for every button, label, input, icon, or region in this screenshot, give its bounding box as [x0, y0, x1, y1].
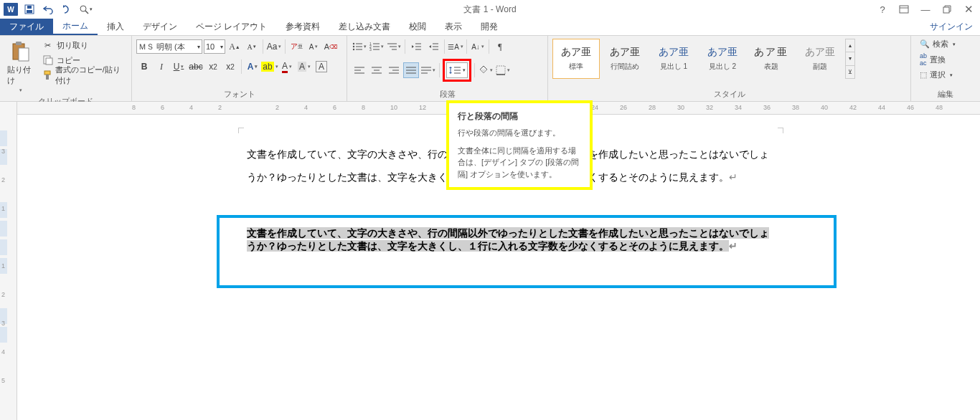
svg-point-15 — [353, 43, 354, 44]
highlight-button[interactable]: ab — [262, 59, 278, 75]
phonetic-guide-button[interactable]: ア亜 — [288, 39, 304, 54]
restore-icon[interactable] — [940, 2, 954, 16]
superscript-button[interactable]: x2 — [222, 59, 238, 75]
tooltip-description: 行や段落の間隔を選びます。 — [458, 127, 581, 139]
align-left-button[interactable] — [352, 62, 367, 78]
style-heading2[interactable]: あア亜見出し 2 — [699, 39, 746, 79]
font-name-combo[interactable]: ＭＳ 明朝 (本▾ — [136, 39, 202, 54]
sign-in-link[interactable]: サインイン — [930, 19, 973, 35]
quick-access-toolbar: W ▾ — [0, 1, 93, 17]
decrease-indent-button[interactable] — [408, 39, 424, 54]
undo-icon[interactable] — [40, 1, 56, 17]
group-label-font: フォント — [136, 87, 342, 100]
bold-button[interactable]: B — [136, 59, 152, 75]
style-title[interactable]: あア亜表題 — [748, 39, 795, 79]
group-clipboard: 貼り付け ▾ ✂切り取り コピー 書式のコピー/貼り付け クリップボード — [0, 36, 132, 101]
align-right-button[interactable] — [386, 62, 402, 78]
svg-rect-14 — [46, 75, 49, 80]
find-icon: 🔍 — [920, 39, 930, 49]
multilevel-list-button[interactable] — [386, 39, 402, 54]
tab-view[interactable]: 表示 — [435, 19, 471, 35]
char-border-button[interactable]: A — [314, 59, 329, 75]
italic-button[interactable]: I — [154, 59, 169, 75]
print-preview-icon[interactable]: ▾ — [77, 1, 93, 17]
tooltip-extra: 文書全体に同じ間隔を適用する場合は、[デザイン] タブの [段落の間隔] オプシ… — [458, 145, 581, 181]
font-size-combo[interactable]: 10▾ — [204, 39, 225, 54]
window-title: 文書 1 - Word — [463, 4, 516, 16]
group-label-editing: 編集 — [915, 87, 976, 100]
line-spacing-tooltip: 行と段落の間隔 行や段落の間隔を選びます。 文書全体に同じ間隔を適用する場合は、… — [446, 100, 593, 190]
word-app-icon[interactable]: W — [3, 1, 19, 17]
underline-button[interactable]: U — [171, 59, 187, 75]
svg-rect-13 — [44, 71, 50, 75]
increase-indent-button[interactable] — [425, 39, 441, 54]
paste-button[interactable]: 貼り付け ▾ — [4, 39, 38, 95]
style-subtitle[interactable]: あア亜副題 — [796, 39, 844, 79]
format-painter-button[interactable]: 書式のコピー/貼り付け — [41, 69, 127, 82]
page-corner-tl — [238, 128, 244, 133]
page-corner-tr — [778, 128, 783, 133]
change-case-button[interactable]: Aa — [266, 39, 282, 54]
svg-text:3: 3 — [369, 47, 372, 51]
sort-button[interactable]: A↓ — [470, 39, 486, 54]
close-icon[interactable]: ✕ — [961, 2, 976, 16]
style-no-spacing[interactable]: あア亜行間詰め — [601, 39, 649, 79]
help-icon[interactable]: ? — [875, 2, 890, 16]
styles-more-button[interactable]: ▴ ▾ ⊻ — [845, 39, 855, 79]
clear-formatting-button[interactable]: A⌫ — [323, 39, 339, 54]
font-color-button[interactable]: A — [279, 59, 295, 75]
replace-button[interactable]: abac置換 — [920, 52, 956, 67]
svg-rect-2 — [27, 6, 32, 9]
enclose-char-button[interactable]: A — [306, 39, 321, 54]
replace-icon: abac — [920, 52, 927, 67]
style-heading1[interactable]: あア亜見出し 1 — [650, 39, 697, 79]
tab-references[interactable]: 参考資料 — [276, 19, 329, 35]
minimize-icon[interactable]: — — [918, 2, 933, 16]
svg-rect-5 — [900, 6, 908, 13]
group-label-styles: スタイル — [552, 87, 906, 100]
group-font: ＭＳ 明朝 (本▾ 10▾ A▲ A▼ Aa ア亜 A A⌫ B I U abc… — [132, 36, 347, 101]
find-button[interactable]: 🔍検索▾ — [920, 39, 956, 49]
tab-file[interactable]: ファイル — [0, 19, 53, 35]
char-shading-button[interactable]: A — [296, 59, 312, 75]
justify-button[interactable] — [403, 62, 419, 78]
tab-home[interactable]: ホーム — [53, 19, 98, 35]
shading-button[interactable] — [478, 62, 494, 78]
svg-rect-9 — [16, 42, 22, 45]
grow-font-button[interactable]: A▲ — [227, 39, 242, 54]
paste-icon — [9, 40, 32, 63]
strikethrough-button[interactable]: abc — [188, 59, 204, 75]
vertical-ruler[interactable]: 32112345 — [0, 102, 17, 420]
ribbon-display-icon[interactable] — [897, 2, 911, 16]
svg-line-4 — [85, 11, 88, 14]
tab-developer[interactable]: 開発 — [471, 19, 507, 35]
line-spacing-button[interactable]: ▾ — [446, 62, 468, 78]
svg-rect-7 — [943, 7, 949, 13]
text-effects-button[interactable]: A — [245, 59, 260, 75]
tab-mailings[interactable]: 差し込み文書 — [329, 19, 400, 35]
distribute-button[interactable] — [420, 62, 436, 78]
cut-button[interactable]: ✂切り取り — [41, 39, 127, 52]
subscript-button[interactable]: x2 — [205, 59, 221, 75]
align-center-button[interactable] — [369, 62, 385, 78]
line-spacing-highlight: ▾ — [443, 59, 471, 82]
bullets-button[interactable] — [352, 39, 367, 54]
redo-icon[interactable] — [59, 1, 75, 17]
tab-design[interactable]: デザイン — [133, 19, 187, 35]
borders-button[interactable] — [495, 62, 511, 78]
tab-insert[interactable]: 挿入 — [98, 19, 133, 35]
style-normal[interactable]: あア亜標準 — [552, 39, 600, 79]
select-button[interactable]: ⬚選択▾ — [920, 70, 956, 80]
tab-review[interactable]: 校閲 — [400, 19, 435, 35]
shrink-font-button[interactable]: A▼ — [244, 39, 260, 54]
show-marks-button[interactable]: ¶ — [492, 39, 508, 54]
save-icon[interactable] — [22, 1, 37, 17]
svg-point-3 — [80, 6, 86, 11]
svg-point-17 — [353, 46, 354, 47]
text-direction-button[interactable]: ☰A — [448, 39, 463, 54]
group-label-paragraph: 段落 — [352, 87, 543, 100]
numbering-button[interactable]: 123 — [369, 39, 385, 54]
paragraph-2-selected[interactable]: 文書を作成していて、文字の大きさや、行の間隔以外でゆったりとした文書を作成したい… — [247, 226, 778, 252]
tab-layout[interactable]: ページ レイアウト — [187, 19, 276, 35]
paste-label: 貼り付け — [7, 65, 35, 86]
